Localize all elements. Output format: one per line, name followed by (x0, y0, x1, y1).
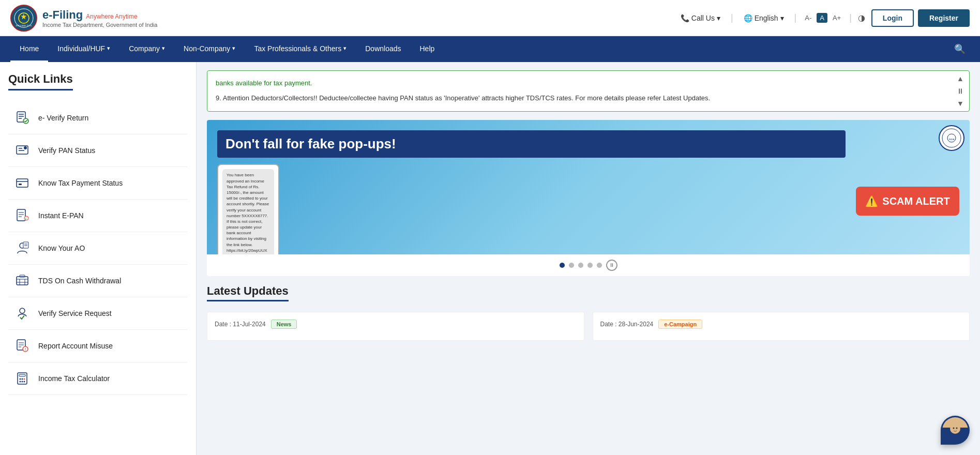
instant-epan-icon: i (13, 207, 31, 224)
logo-subtitle: Income Tax Department, Government of Ind… (42, 22, 157, 28)
svg-rect-23 (23, 242, 28, 248)
update-card-1: Date : 11-Jul-2024 News (207, 312, 584, 341)
banner-right: ⚠️ SCAM ALERT (856, 187, 959, 216)
register-button[interactable]: Register (918, 9, 970, 27)
tax-payment-icon (13, 174, 31, 192)
nav-home-label: Home (20, 44, 39, 53)
nav-company-chevron: ▾ (162, 45, 165, 52)
banner-headline: Don't fall for fake pop-ups! (217, 130, 846, 158)
nav-company[interactable]: Company ▾ (119, 36, 174, 62)
contrast-button[interactable]: ◑ (858, 13, 865, 23)
quick-link-verify-pan[interactable]: Verify PAN Status (8, 134, 188, 167)
font-decrease-button[interactable]: A- (803, 13, 813, 23)
update-meta-2: Date : 28-Jun-2024 e-Campaign (600, 320, 962, 329)
language-selector[interactable]: 🌐 English ▾ (740, 12, 788, 24)
globe-icon: 🌐 (744, 14, 752, 22)
phone-message: You have been approved an Income Tax Ref… (222, 169, 274, 254)
banner-pause-button[interactable]: ⏸ (606, 260, 617, 271)
notice-up-button[interactable]: ▲ (957, 74, 964, 83)
svg-point-53 (956, 428, 958, 429)
svg-rect-54 (949, 439, 961, 443)
quick-link-verify-service[interactable]: Verify Service Request (8, 297, 188, 330)
phone-icon: 📞 (681, 14, 689, 22)
verify-pan-icon (13, 142, 31, 159)
call-us-button[interactable]: 📞 Call Us ▾ (676, 12, 725, 24)
banner-top: Don't fall for fake pop-ups! You have be… (207, 120, 970, 254)
notice-down-button[interactable]: ▼ (957, 99, 964, 108)
separator-3: | (849, 12, 852, 23)
report-misuse-label: Report Account Misuse (38, 342, 113, 350)
quick-link-tax-calculator[interactable]: Income Tax Calculator (8, 362, 188, 395)
svg-rect-40 (19, 374, 25, 376)
know-ao-icon (13, 239, 31, 257)
header: INCOME TAX e-Filing Anywhere Anytime Inc… (0, 0, 980, 36)
svg-point-43 (24, 378, 25, 380)
font-normal-button[interactable]: A (817, 13, 827, 23)
update-badge-1: News (271, 320, 297, 329)
nav-home[interactable]: Home (10, 36, 48, 62)
tax-calculator-label: Income Tax Calculator (38, 374, 110, 383)
svg-rect-16 (17, 209, 25, 221)
font-increase-button[interactable]: A+ (831, 13, 843, 23)
banner-container: Don't fall for fake pop-ups! You have be… (207, 120, 970, 276)
nav-non-company-label: Non-Company (184, 44, 230, 53)
notice-controls: ▲ ⏸ ▼ (957, 74, 964, 108)
right-content: banks available for tax payment. 9. Atte… (197, 62, 980, 455)
svg-point-42 (22, 378, 23, 380)
banner-dot-2[interactable] (569, 263, 574, 268)
quick-links-list: e- Verify Return Verify PAN Status (8, 102, 188, 395)
quick-link-tax-payment[interactable]: Know Tax Payment Status (8, 167, 188, 200)
nav-non-company-chevron: ▾ (232, 45, 235, 52)
svg-point-52 (953, 428, 955, 429)
update-meta-1: Date : 11-Jul-2024 News (215, 320, 577, 329)
nav-tax-professionals-label: Tax Professionals & Others (254, 44, 341, 53)
scam-alert-box: ⚠️ SCAM ALERT (856, 187, 959, 216)
quick-link-instant-epan[interactable]: i Instant E-PAN (8, 200, 188, 232)
sidebar: Quick Links e- Verify Return (0, 62, 197, 455)
notice-content: 9. Attention Deductors/Collectors!! Dedu… (216, 93, 948, 104)
nav-help-label: Help (420, 44, 435, 53)
nav-help[interactable]: Help (411, 36, 444, 62)
update-badge-2: e-Campaign (658, 320, 702, 329)
main-content: Quick Links e- Verify Return (0, 62, 980, 455)
tax-payment-label: Know Tax Payment Status (38, 179, 123, 187)
nav-downloads[interactable]: Downloads (356, 36, 410, 62)
know-ao-label: Know Your AO (38, 244, 85, 252)
banner-dot-4[interactable] (587, 263, 593, 268)
logo-area: INCOME TAX e-Filing Anywhere Anytime Inc… (10, 5, 157, 32)
chatbot-button[interactable] (941, 416, 970, 445)
verify-service-label: Verify Service Request (38, 309, 112, 317)
notice-pause-button[interactable]: ⏸ (957, 87, 964, 95)
banner-dot-1[interactable] (560, 263, 565, 268)
lang-chevron-icon: ▾ (780, 14, 784, 22)
banner-image: Don't fall for fake pop-ups! You have be… (207, 120, 970, 254)
update-card-2: Date : 28-Jun-2024 e-Campaign (593, 312, 970, 341)
verify-service-icon (13, 305, 31, 322)
govt-logo: INDIA (939, 125, 964, 151)
quick-link-report-misuse[interactable]: ! Report Account Misuse (8, 330, 188, 362)
logo-emblem: INCOME TAX (10, 5, 37, 32)
svg-rect-13 (17, 179, 28, 187)
svg-rect-15 (19, 184, 22, 185)
instant-epan-label: Instant E-PAN (38, 211, 84, 220)
banner-dot-5[interactable] (597, 263, 602, 268)
svg-point-44 (20, 381, 21, 383)
svg-text:INDIA: INDIA (949, 138, 955, 141)
quick-link-e-verify-return[interactable]: e- Verify Return (8, 102, 188, 134)
quick-link-tds-cash[interactable]: TDS On Cash Withdrawal (8, 265, 188, 297)
nav-tax-professionals[interactable]: Tax Professionals & Others ▾ (245, 36, 356, 62)
e-verify-return-label: e- Verify Return (38, 114, 88, 122)
nav-individual-huf[interactable]: Individual/HUF ▾ (48, 36, 119, 62)
login-button[interactable]: Login (871, 9, 914, 27)
phone-mockup: You have been approved an Income Tax Ref… (217, 164, 279, 254)
search-icon: 🔍 (954, 44, 966, 54)
nav-non-company[interactable]: Non-Company ▾ (174, 36, 245, 62)
warning-icon: ⚠️ (865, 195, 878, 207)
nav-search-button[interactable]: 🔍 (950, 39, 970, 59)
quick-link-know-ao[interactable]: Know Your AO (8, 232, 188, 265)
nav-individual-label: Individual/HUF (57, 44, 105, 53)
svg-point-45 (22, 381, 23, 383)
tds-cash-label: TDS On Cash Withdrawal (38, 277, 121, 285)
banner-dot-3[interactable] (578, 263, 583, 268)
language-label: English (755, 14, 778, 22)
